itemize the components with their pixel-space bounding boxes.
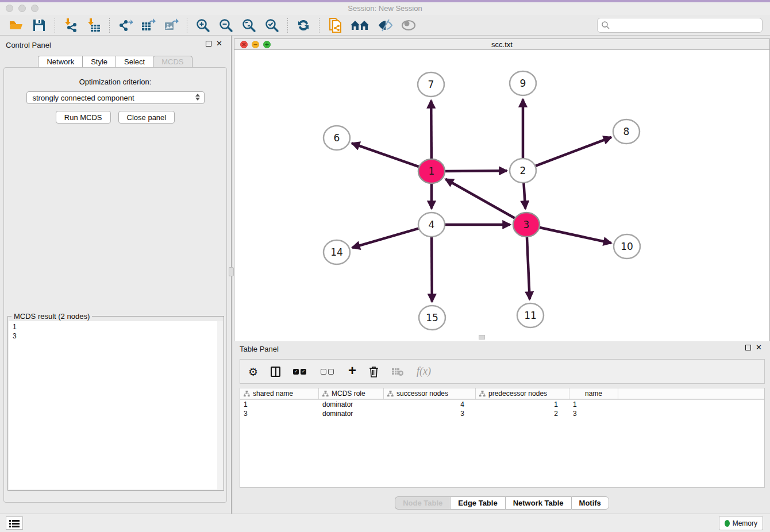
- table-header-row: shared name MCDS role successor nodes pr…: [240, 388, 764, 400]
- delete-column-icon[interactable]: [369, 366, 379, 377]
- column-header[interactable]: successor nodes: [384, 388, 476, 399]
- graph-edge-3-10[interactable]: [537, 227, 611, 243]
- float-panel-icon[interactable]: [206, 41, 211, 47]
- mcds-panel: Optimization criterion: strongly connect…: [3, 67, 227, 503]
- main-content: Control Panel ✕ Network Style Select MCD…: [0, 36, 770, 514]
- list-icon: [9, 519, 20, 527]
- criterion-select[interactable]: strongly connected component: [26, 91, 205, 104]
- column-type-icon: [244, 391, 250, 397]
- import-table-icon[interactable]: [85, 17, 102, 33]
- delete-table-icon[interactable]: [391, 367, 404, 376]
- network-view-window: ✕ − + scc.txt 7968124314101511: [234, 38, 770, 374]
- graph-edge-4-15[interactable]: [432, 236, 432, 302]
- search-input[interactable]: [610, 21, 754, 30]
- refresh-layout-icon[interactable]: [295, 17, 312, 33]
- show-columns-icon[interactable]: [271, 367, 280, 377]
- export-image-icon[interactable]: [163, 17, 180, 33]
- graph-node-label: 9: [520, 78, 526, 89]
- titlebar: Session: New Session: [0, 2, 770, 15]
- column-header[interactable]: name: [569, 388, 618, 399]
- select-all-icon[interactable]: ✓✓: [293, 369, 308, 375]
- graph-edge-1-6[interactable]: [352, 143, 421, 167]
- home-layout-icon[interactable]: [349, 17, 371, 33]
- zoom-fit-icon[interactable]: [240, 17, 257, 33]
- zoom-out-icon[interactable]: [217, 17, 234, 33]
- memory-status-icon: [725, 520, 730, 527]
- toolbar-separator: [55, 18, 55, 33]
- graph-node-label: 3: [523, 219, 530, 230]
- graph-edge-2-8[interactable]: [533, 137, 611, 167]
- main-toolbar: [0, 15, 770, 36]
- tab-edge-table[interactable]: Edge Table: [450, 496, 505, 510]
- tab-mcds[interactable]: MCDS: [153, 56, 192, 68]
- toolbar-separator: [319, 18, 319, 33]
- close-panel-button[interactable]: Close panel: [118, 111, 175, 124]
- mcds-result-title: MCDS result (2 nodes): [11, 312, 92, 321]
- zoom-in-icon[interactable]: [194, 17, 211, 33]
- panel-divider-handle[interactable]: [229, 267, 234, 276]
- column-type-icon: [479, 391, 486, 397]
- node-table[interactable]: shared name MCDS role successor nodes pr…: [240, 388, 765, 488]
- optimization-criterion-label: Optimization criterion:: [4, 78, 226, 86]
- duplicate-network-icon[interactable]: [326, 17, 344, 33]
- graph-edge-2-3[interactable]: [523, 182, 525, 209]
- graph-node-label: 15: [426, 312, 438, 323]
- mcds-result-group: MCDS result (2 nodes) 1 3: [7, 316, 224, 491]
- tab-network[interactable]: Network: [38, 56, 82, 68]
- show-all-eye-icon[interactable]: [400, 17, 417, 33]
- import-network-icon[interactable]: [62, 17, 79, 33]
- tab-style[interactable]: Style: [82, 56, 116, 68]
- graph-node-label: 6: [334, 132, 340, 144]
- graph-node-label: 8: [623, 126, 630, 137]
- toolbar-separator: [187, 18, 187, 33]
- float-panel-icon[interactable]: [745, 345, 751, 350]
- table-panel-title: Table Panel: [240, 345, 279, 353]
- zoom-selected-icon[interactable]: [263, 17, 280, 33]
- graph-edge-1-7[interactable]: [431, 101, 432, 160]
- tab-node-table[interactable]: Node Table: [395, 496, 450, 510]
- toolbar-separator: [109, 18, 110, 33]
- graph-edge-1-2[interactable]: [442, 171, 507, 171]
- table-row[interactable]: 1 dominator 4 1 1: [240, 400, 764, 409]
- hide-selected-eye-icon[interactable]: [377, 17, 394, 33]
- table-tabs: Node Table Edge Table Network Table Moti…: [234, 496, 770, 510]
- memory-button[interactable]: Memory: [719, 516, 763, 530]
- graph-node-label: 1: [429, 165, 435, 177]
- graph-node-label: 11: [524, 310, 537, 321]
- save-session-icon[interactable]: [30, 17, 48, 33]
- graph-edge-4-14[interactable]: [352, 228, 421, 248]
- graph-edge-3-11[interactable]: [527, 236, 530, 299]
- run-mcds-button[interactable]: Run MCDS: [56, 111, 111, 124]
- column-header[interactable]: shared name: [240, 388, 319, 399]
- network-canvas[interactable]: 7968124314101511: [234, 50, 769, 373]
- search-box[interactable]: [597, 18, 763, 33]
- add-column-icon[interactable]: +: [348, 363, 356, 379]
- deselect-all-icon[interactable]: [321, 369, 336, 375]
- task-history-button[interactable]: [6, 516, 23, 530]
- close-panel-icon[interactable]: ✕: [756, 345, 762, 350]
- function-builder-icon[interactable]: f(x): [417, 365, 431, 377]
- mcds-result-text[interactable]: 1 3: [9, 321, 217, 489]
- network-window-title: scc.txt: [234, 40, 769, 49]
- graph-edge-3-1[interactable]: [445, 179, 517, 219]
- tab-select[interactable]: Select: [116, 56, 153, 68]
- close-panel-icon[interactable]: ✕: [216, 41, 222, 47]
- column-header[interactable]: predecessor nodes: [476, 388, 569, 399]
- tab-network-table[interactable]: Network Table: [505, 496, 571, 510]
- network-graph[interactable]: 7968124314101511: [234, 50, 769, 338]
- toolbar-separator: [287, 18, 288, 33]
- column-header[interactable]: MCDS role: [319, 388, 384, 399]
- table-settings-gear-icon[interactable]: ⚙: [248, 365, 258, 378]
- export-table-icon[interactable]: [140, 17, 157, 33]
- open-session-icon[interactable]: [7, 17, 25, 33]
- result-scrollbar[interactable]: [217, 321, 223, 489]
- network-table-splitter-handle[interactable]: [479, 335, 485, 340]
- table-row[interactable]: 3 dominator 3 2 3: [240, 409, 764, 418]
- search-icon: [601, 21, 610, 30]
- network-window-titlebar[interactable]: ✕ − + scc.txt: [234, 39, 769, 50]
- tab-motifs[interactable]: Motifs: [571, 496, 609, 510]
- control-panel: Control Panel ✕ Network Style Select MCD…: [0, 36, 230, 514]
- memory-label: Memory: [733, 519, 757, 527]
- export-network-icon[interactable]: [117, 17, 134, 33]
- graph-node-label: 14: [330, 246, 343, 258]
